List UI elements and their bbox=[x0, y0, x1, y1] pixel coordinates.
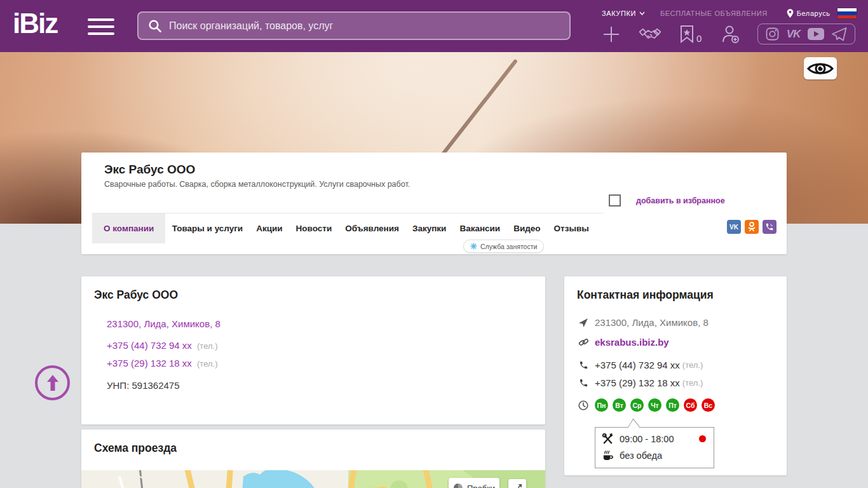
weekday-badge[interactable]: Вт bbox=[613, 398, 626, 412]
arrow-up-icon bbox=[44, 374, 61, 393]
add-company-icon[interactable] bbox=[602, 25, 621, 44]
map-canvas[interactable]: Пробки bbox=[81, 470, 545, 488]
phone-row: +375 (44) 732 94 xx (тел.) bbox=[107, 340, 217, 351]
company-tabs: О компании Товары и услуги Акции Новости… bbox=[92, 213, 604, 243]
weekday-badge[interactable]: Пн bbox=[595, 398, 608, 412]
favorite-checkbox[interactable] bbox=[609, 194, 621, 207]
company-header-card: Экс Рабус ООО Сварочные работы. Сварка, … bbox=[81, 152, 787, 254]
contact-address: 231300, Лида, Химиков, 8 bbox=[595, 317, 709, 328]
contact-phone: +375 (44) 732 94 xx bbox=[595, 360, 680, 370]
fullscreen-map-button[interactable] bbox=[508, 479, 526, 488]
nav-procurement[interactable]: ЗАКУПКИ bbox=[602, 10, 645, 17]
phone-link[interactable]: +375 (29) 132 18 xx bbox=[107, 358, 192, 369]
tab-procurement[interactable]: Закупки bbox=[405, 214, 452, 243]
contact-heading: Контактная информация bbox=[577, 288, 714, 302]
clock-icon bbox=[577, 400, 590, 410]
tab-promotions[interactable]: Акции bbox=[250, 214, 289, 243]
viber-icon[interactable] bbox=[763, 220, 776, 234]
lunch-row: без обеда bbox=[602, 449, 707, 461]
contact-phone: +375 (29) 132 18 xx bbox=[595, 377, 680, 388]
address-link[interactable]: 231300, Лида, Химиков, 8 bbox=[107, 318, 220, 329]
favorites-count: 0 bbox=[696, 33, 702, 44]
telegram-icon[interactable] bbox=[832, 27, 847, 41]
top-navigation: ЗАКУПКИ БЕСПЛАТНЫЕ ОБЪЯВЛЕНИЯ Беларусь bbox=[602, 8, 857, 19]
header: iBiz ЗАКУПКИ БЕСПЛАТНЫЕ ОБЪЯВЛЕНИЯ Белар… bbox=[0, 0, 868, 52]
company-social-buttons: VK bbox=[727, 220, 776, 234]
tab-news[interactable]: Новости bbox=[289, 214, 339, 243]
header-actions: 0 bbox=[602, 23, 740, 46]
weekday-badges: Пн Вт Ср Чт Пт Сб Вс bbox=[595, 398, 715, 412]
tab-vacancies[interactable]: Вакансии bbox=[453, 214, 507, 243]
unp-number: УНП: 591362475 bbox=[107, 380, 180, 391]
weekday-badge[interactable]: Вс bbox=[702, 398, 715, 412]
phone-note: (тел.) bbox=[682, 360, 703, 370]
status-dot bbox=[699, 435, 706, 442]
tab-about[interactable]: О компании bbox=[92, 214, 165, 243]
weekday-badge[interactable]: Чт bbox=[648, 398, 661, 412]
details-heading: Экс Рабус ООО bbox=[94, 288, 178, 302]
phone-icon bbox=[577, 360, 590, 370]
language-flag-russia[interactable] bbox=[837, 8, 857, 18]
employment-service-badge[interactable]: Служба занятости bbox=[463, 240, 544, 253]
company-subtitle: Сварочные работы. Сварка, сборка металло… bbox=[104, 180, 410, 189]
weekday-badge[interactable]: Сб bbox=[684, 398, 697, 412]
logo-text: iBiz bbox=[13, 8, 57, 39]
page-title: Экс Рабус ООО bbox=[104, 163, 195, 177]
link-icon bbox=[577, 337, 590, 348]
tab-ads[interactable]: Объявления bbox=[339, 214, 406, 243]
eye-icon bbox=[807, 61, 834, 76]
tools-icon bbox=[602, 433, 614, 445]
lunch-info: без обеда bbox=[620, 451, 662, 461]
working-hours-tooltip: 09:00 - 18:00 без обеда bbox=[595, 427, 714, 468]
favorite-label: добавить в избранное bbox=[636, 196, 725, 205]
company-website-link[interactable]: eksrabus.ibiz.by bbox=[595, 337, 669, 348]
traffic-light-icon bbox=[453, 483, 463, 488]
search-input[interactable] bbox=[169, 20, 560, 32]
contact-address-row: 231300, Лида, Химиков, 8 bbox=[577, 317, 709, 328]
nav-country[interactable]: Беларусь bbox=[787, 9, 831, 18]
location-pin-icon bbox=[787, 9, 794, 18]
working-hours: 09:00 - 18:00 bbox=[620, 434, 674, 444]
vk-share-icon[interactable]: VK bbox=[727, 220, 741, 234]
phone-link[interactable]: +375 (44) 732 94 xx bbox=[107, 340, 192, 351]
logo[interactable]: iBiz bbox=[13, 8, 57, 39]
phone-note: (тел.) bbox=[197, 341, 217, 351]
phone-row: +375 (29) 132 18 xx (тел.) bbox=[107, 358, 217, 369]
handshake-icon[interactable] bbox=[639, 25, 661, 44]
tab-reviews[interactable]: Отзывы bbox=[547, 214, 595, 243]
burst-icon bbox=[470, 243, 477, 250]
phone-icon bbox=[577, 378, 590, 388]
search-bar bbox=[137, 11, 571, 40]
weekday-badge[interactable]: Пт bbox=[666, 398, 679, 412]
menu-hamburger-icon[interactable] bbox=[88, 18, 114, 35]
navigation-arrow-icon bbox=[577, 318, 590, 328]
scroll-to-top-button[interactable] bbox=[35, 365, 70, 400]
expand-arrows-icon bbox=[513, 484, 522, 488]
instagram-icon[interactable] bbox=[766, 27, 779, 41]
search-icon bbox=[147, 18, 163, 34]
social-links-group: VK bbox=[757, 24, 855, 44]
traffic-button[interactable]: Пробки bbox=[449, 478, 499, 488]
contact-phone-row: +375 (44) 732 94 xx (тел.) bbox=[577, 360, 703, 370]
contact-phone-row: +375 (29) 132 18 xx (тел.) bbox=[577, 377, 703, 388]
working-days-row: Пн Вт Ср Чт Пт Сб Вс bbox=[577, 398, 715, 412]
visually-impaired-version-button[interactable] bbox=[804, 57, 837, 79]
tab-products[interactable]: Товары и услуги bbox=[165, 214, 249, 243]
driving-directions-card: Схема проезда bbox=[81, 430, 545, 488]
map-heading: Схема проезда bbox=[94, 442, 177, 455]
tab-video[interactable]: Видео bbox=[507, 214, 547, 243]
hours-row: 09:00 - 18:00 bbox=[602, 433, 707, 445]
company-details-card: Экс Рабус ООО 231300, Лида, Химиков, 8 +… bbox=[81, 276, 545, 424]
phone-note: (тел.) bbox=[197, 359, 217, 369]
weekday-badge[interactable]: Ср bbox=[630, 398, 644, 412]
add-user-icon[interactable] bbox=[720, 24, 740, 44]
favorites-bookmark-icon[interactable]: 0 bbox=[679, 25, 702, 44]
youtube-icon[interactable] bbox=[808, 28, 824, 40]
odnoklassniki-icon[interactable] bbox=[745, 220, 759, 234]
coffee-cup-icon bbox=[602, 449, 614, 461]
nav-free-ads[interactable]: БЕСПЛАТНЫЕ ОБЪЯВЛЕНИЯ bbox=[660, 10, 768, 17]
phone-note: (тел.) bbox=[682, 378, 703, 388]
contact-info-card: Контактная информация 231300, Лида, Хими… bbox=[564, 276, 787, 475]
vk-icon[interactable]: VK bbox=[787, 28, 801, 41]
add-to-favorites[interactable]: добавить в избранное bbox=[609, 194, 725, 207]
